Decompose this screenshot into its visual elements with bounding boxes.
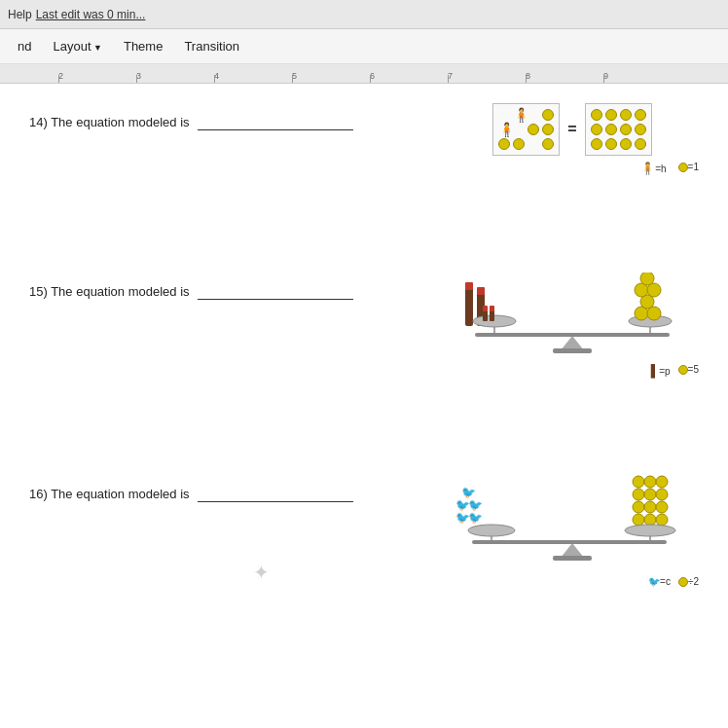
q14-legend: 🧍=h =1 — [640, 162, 699, 175]
svg-point-42 — [644, 476, 656, 488]
svg-point-37 — [656, 501, 668, 513]
main-content: 14) The equation modeled is 🧍 🧍 — [0, 84, 728, 728]
q16-answer-line[interactable] — [198, 501, 353, 502]
menu-bar: nd Layout Theme Transition — [0, 29, 728, 64]
svg-point-44 — [625, 525, 675, 536]
svg-point-39 — [644, 514, 656, 526]
q15-legend-brush: ▌=p — [651, 364, 671, 378]
svg-point-40 — [656, 514, 668, 526]
q14-right: 🧍 🧍 = — [446, 103, 699, 175]
q14-text: 14) The equation modeled is — [29, 115, 190, 129]
svg-point-41 — [633, 476, 644, 488]
q14-legend-figure: 🧍=h — [640, 162, 666, 175]
svg-text:🐦: 🐦 — [468, 510, 483, 525]
q16-right: 🐦 🐦 🐦 🐦 🐦 — [446, 475, 699, 587]
q14-right-pan — [585, 103, 652, 156]
q14-legend-dot: =1 — [678, 162, 699, 175]
ruler: 2 3 4 5 6 7 8 9 — [0, 64, 728, 84]
svg-text:🐦: 🐦 — [461, 485, 476, 499]
q15-right: ▌=p =5 — [446, 273, 699, 378]
q16-scale-svg: 🐦 🐦 🐦 🐦 🐦 — [451, 475, 694, 572]
svg-marker-26 — [561, 543, 584, 558]
svg-text:🐦: 🐦 — [468, 497, 483, 512]
question-15-section: 15) The equation modeled is — [29, 273, 699, 378]
q14-answer-line[interactable] — [198, 129, 353, 130]
menu-theme[interactable]: Theme — [114, 35, 172, 57]
svg-rect-27 — [553, 556, 592, 561]
menu-nd[interactable]: nd — [8, 35, 41, 57]
svg-rect-0 — [465, 287, 473, 326]
q15-left: 15) The equation modeled is — [29, 273, 446, 300]
svg-point-20 — [640, 273, 654, 285]
svg-rect-6 — [475, 333, 670, 337]
q16-text: 16) The equation modeled is — [29, 487, 190, 501]
q15-legend: ▌=p =5 — [651, 364, 699, 378]
svg-point-43 — [656, 476, 668, 488]
q16-legend-bird: 🐦=c — [648, 576, 671, 587]
svg-rect-13 — [490, 306, 494, 311]
svg-point-34 — [656, 489, 668, 500]
menu-layout[interactable]: Layout — [43, 35, 111, 57]
svg-point-36 — [644, 501, 656, 513]
svg-point-31 — [468, 525, 515, 536]
last-edit-text: Last edit was 0 min... — [36, 8, 146, 21]
question-16-section: 16) The equation modeled is 🐦 🐦 🐦 🐦 🐦 — [29, 475, 699, 587]
q14-balance-display: 🧍 🧍 = — [492, 103, 651, 156]
q16-legend: 🐦=c ÷2 — [648, 576, 699, 587]
svg-rect-3 — [477, 287, 485, 295]
svg-point-32 — [633, 489, 644, 500]
q14-equals: = — [567, 121, 576, 138]
question-14-section: 14) The equation modeled is 🧍 🧍 — [29, 103, 699, 175]
svg-rect-12 — [483, 306, 488, 311]
top-bar: Help Last edit was 0 min... — [0, 0, 728, 29]
q15-scale-svg — [455, 273, 689, 360]
svg-point-33 — [644, 489, 656, 500]
svg-rect-5 — [553, 348, 592, 353]
svg-point-38 — [633, 514, 644, 526]
svg-point-35 — [633, 501, 644, 513]
svg-rect-1 — [465, 282, 473, 290]
q14-left-pan: 🧍 🧍 — [492, 103, 560, 156]
svg-marker-4 — [561, 336, 584, 350]
q16-left: 16) The equation modeled is — [29, 475, 446, 502]
q15-answer-line[interactable] — [198, 299, 353, 300]
svg-rect-28 — [472, 540, 667, 544]
q15-text: 15) The equation modeled is — [29, 284, 190, 299]
help-text[interactable]: Help — [8, 8, 32, 21]
menu-transition[interactable]: Transition — [174, 35, 249, 57]
q16-legend-dot: ÷2 — [678, 576, 699, 587]
q15-legend-dot: =5 — [678, 364, 699, 378]
q14-left: 14) The equation modeled is — [29, 103, 446, 130]
